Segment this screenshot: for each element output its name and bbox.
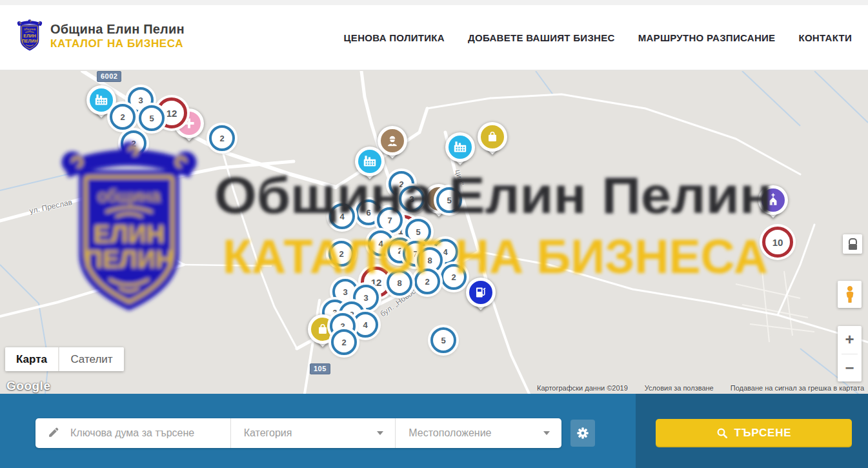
factory-icon: [93, 92, 110, 108]
cluster-count: 4: [443, 247, 447, 257]
zoom-in-button[interactable]: +: [838, 326, 862, 354]
attribution-data: Картографски данни ©2019: [537, 384, 628, 392]
top-strip: [0, 0, 868, 5]
keyword-input[interactable]: [69, 427, 220, 440]
map-type-control: Карта Сателит: [5, 347, 124, 371]
attribution-report-link[interactable]: Подаване на сигнал за грешка в картата: [731, 384, 864, 392]
cluster-count: 12: [167, 108, 177, 119]
header: община ЕЛИН ПЕЛИН Община Елин Пелин КАТА…: [0, 5, 868, 70]
zoom-out-button[interactable]: −: [838, 354, 862, 382]
pegman-button[interactable]: [838, 281, 862, 308]
cluster-count: 2: [451, 272, 456, 282]
cluster-count: 5: [441, 336, 445, 345]
nav-bus-schedule[interactable]: МАРШРУТНО РАЗПИСАНИЕ: [638, 32, 776, 43]
search-icon: [716, 427, 728, 439]
map-canvas[interactable]: 6002105ул. Преславбул. „Новоселции" 312 …: [0, 71, 868, 394]
main-nav: ЦЕНОВА ПОЛИТИКА ДОБАВЕТЕ ВАШИЯТ БИЗНЕС М…: [344, 5, 852, 70]
cluster-count: 2: [398, 246, 402, 256]
cluster-count: 2: [131, 139, 136, 148]
nav-pricing[interactable]: ЦЕНОВА ПОЛИТИКА: [344, 32, 445, 43]
brand[interactable]: община ЕЛИН ПЕЛИН Община Елин Пелин КАТА…: [15, 17, 185, 56]
map-pin-factory[interactable]: [445, 132, 476, 174]
map-markers-layer: 312 2522 2 356471354: [0, 71, 868, 394]
category-select[interactable]: Категория: [231, 418, 396, 448]
svg-text:ЕЛИН: ЕЛИН: [23, 34, 35, 38]
shopping-bag-icon: [314, 321, 331, 338]
map-cluster-marker[interactable]: 7: [377, 207, 403, 233]
cluster-count: 2: [341, 338, 346, 347]
map-cluster-marker[interactable]: 2: [328, 241, 354, 267]
svg-text:община: община: [24, 28, 35, 31]
cluster-count: 8: [397, 278, 401, 288]
cluster-count: 2: [219, 134, 224, 143]
google-logo[interactable]: Google: [6, 379, 50, 393]
attribution-terms-link[interactable]: Условия за ползване: [645, 384, 714, 392]
cluster-count: 3: [138, 96, 143, 105]
cluster-count: 8: [427, 256, 432, 265]
nav-contacts[interactable]: КОНТАКТИ: [798, 32, 852, 43]
cluster-count: 5: [447, 196, 451, 205]
cluster-count: 2: [339, 249, 343, 259]
cluster-count: 5: [416, 227, 420, 237]
cluster-count: 5: [149, 114, 154, 123]
map-cluster-marker[interactable]: 2: [121, 130, 146, 156]
map-pin-church[interactable]: [758, 185, 789, 227]
site-subtitle: КАТАЛОГ НА БИЗНЕСА: [50, 38, 185, 50]
svg-text:ПЕЛИН: ПЕЛИН: [22, 39, 37, 43]
search-box: Категория Местоположение: [35, 418, 561, 448]
chevron-down-icon: [543, 431, 550, 435]
map-cluster-marker[interactable]: 2: [414, 269, 440, 294]
map-cluster-marker[interactable]: 10: [762, 227, 793, 258]
municipality-logo-icon: община ЕЛИН ПЕЛИН: [15, 17, 44, 56]
cluster-count: 10: [772, 237, 783, 248]
cluster-count: 4: [363, 320, 367, 330]
cluster-count: 3: [343, 287, 347, 297]
map-cluster-marker[interactable]: 2: [110, 104, 136, 130]
advanced-settings-button[interactable]: [570, 420, 595, 447]
location-select[interactable]: Местоположение: [396, 418, 561, 448]
cluster-count: 3: [363, 293, 368, 303]
lock-icon: [849, 238, 857, 244]
map-cluster-marker[interactable]: 4: [329, 203, 355, 229]
map-pin-fuel[interactable]: [465, 278, 496, 319]
map-cluster-marker[interactable]: 2: [441, 264, 467, 290]
map-pin-factory[interactable]: [354, 147, 385, 188]
map-cluster-marker[interactable]: 2: [331, 329, 357, 355]
pencil-icon: [47, 427, 60, 440]
chevron-down-icon: [377, 431, 383, 435]
map-type-map-button[interactable]: Карта: [5, 347, 58, 371]
cluster-count: 3: [409, 194, 414, 204]
keyword-segment: [35, 418, 231, 448]
search-button[interactable]: ТЪРСЕНЕ: [656, 419, 852, 447]
map-attribution: Картографски данни ©2019 Условия за полз…: [537, 384, 864, 392]
gear-icon: [576, 426, 590, 440]
site-title: Община Елин Пелин: [50, 22, 185, 36]
cluster-count: 6: [366, 208, 370, 218]
map-cluster-marker[interactable]: 3: [399, 186, 425, 212]
cluster-count: 2: [425, 277, 429, 287]
map-cluster-marker[interactable]: 5: [430, 327, 456, 353]
factory-icon: [361, 153, 378, 170]
nav-add-business[interactable]: ДОБАВЕТЕ ВАШИЯТ БИЗНЕС: [468, 32, 615, 43]
cluster-count: 4: [378, 239, 383, 249]
map-cluster-marker[interactable]: 5: [436, 187, 462, 213]
map-cluster-marker[interactable]: 8: [387, 270, 412, 296]
worker-icon: [384, 132, 401, 149]
cluster-count: 7: [387, 216, 392, 225]
lock-button[interactable]: [843, 234, 862, 254]
shopping-bag-icon: [484, 128, 501, 145]
map-cluster-marker[interactable]: 5: [139, 105, 165, 131]
map-pin-shopping-bag[interactable]: [477, 122, 508, 163]
zoom-control: + −: [838, 326, 862, 382]
map-type-satellite-button[interactable]: Сателит: [59, 347, 124, 371]
map-cluster-marker[interactable]: 2: [209, 125, 235, 151]
search-bar: Категория Местоположение ТЪРСЕНЕ: [0, 394, 868, 468]
fuel-icon: [472, 284, 489, 301]
cluster-count: 2: [120, 112, 125, 122]
cluster-count: 2: [399, 179, 403, 189]
church-icon: [765, 192, 782, 209]
map-cluster-marker[interactable]: 4: [352, 312, 378, 338]
cluster-count: 4: [339, 212, 344, 221]
factory-icon: [452, 139, 469, 156]
pegman-icon: [842, 285, 858, 303]
